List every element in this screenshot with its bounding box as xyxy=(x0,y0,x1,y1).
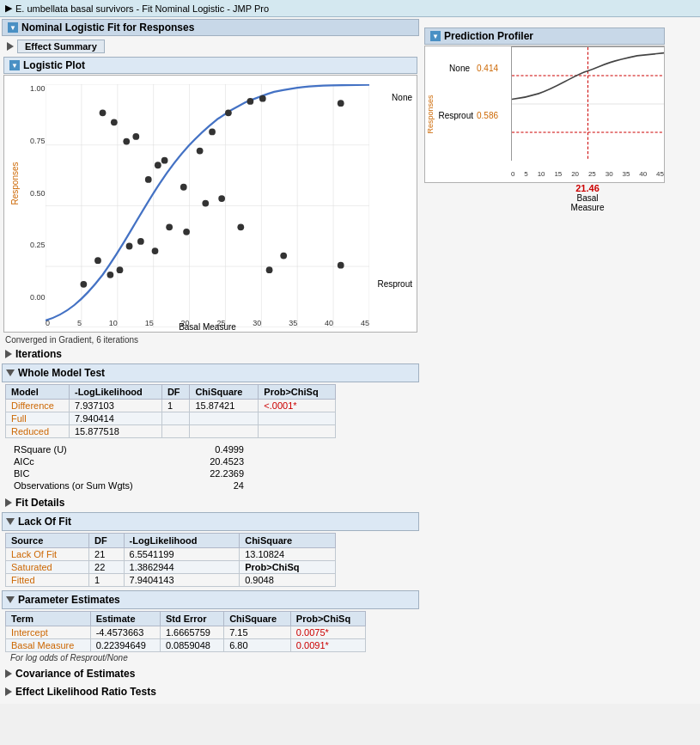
none-label: None xyxy=(392,93,412,102)
svg-point-15 xyxy=(100,109,107,116)
svg-point-30 xyxy=(94,257,101,264)
rsquare-row: RSquare (U) 0.4999 xyxy=(9,443,249,455)
prediction-profiler-label: Prediction Profiler xyxy=(444,30,533,42)
title-bar: ▶ E. umbellata basal survivors - Fit Nom… xyxy=(0,0,700,17)
stats-table: RSquare (U) 0.4999 AICc 20.4523 BIC 22.2… xyxy=(9,443,249,492)
logistic-plot-header: ▼ Logistic Plot xyxy=(3,57,417,74)
covariance-triangle[interactable] xyxy=(5,669,12,678)
table-row: Lack Of Fit 21 6.5541199 13.10824 xyxy=(6,548,336,561)
svg-point-26 xyxy=(247,98,254,105)
whole-model-table: Model -LogLikelihood DF ChiSquare Prob>C… xyxy=(5,384,336,438)
col-chisq: ChiSquare xyxy=(190,385,259,400)
collapse-profiler[interactable]: ▼ xyxy=(430,31,441,41)
svg-point-36 xyxy=(166,223,173,230)
svg-point-42 xyxy=(280,253,287,260)
collapse-main[interactable]: ▼ xyxy=(8,22,18,33)
resprout-label: Resprout xyxy=(377,279,412,289)
svg-point-32 xyxy=(117,266,124,273)
svg-point-33 xyxy=(126,243,133,250)
svg-point-28 xyxy=(338,100,344,107)
svg-point-34 xyxy=(137,238,144,245)
param-estimates-label: Parameter Estimates xyxy=(18,594,120,606)
table-row: Basal Measure 0.22394649 0.0859048 6.80 … xyxy=(6,639,366,652)
profiler-responses-label: Responses xyxy=(426,95,435,133)
logistic-plot-chart: Responses 1.00 0.75 0.50 0.25 0.00 None … xyxy=(3,75,417,333)
lack-of-fit-label: Lack Of Fit xyxy=(18,516,71,528)
aicc-row: AICc 20.4523 xyxy=(9,455,249,467)
param-col-prob: Prob>ChiSq xyxy=(290,612,365,626)
none-value: 0.414 xyxy=(477,64,498,73)
main-header-label: Nominal Logistic Fit for Responses xyxy=(21,21,194,34)
svg-point-18 xyxy=(132,133,139,140)
table-row: Reduced 15.877518 xyxy=(6,425,336,438)
obs-row: Observations (or Sum Wgts) 24 xyxy=(9,479,249,492)
whole-model-label: Whole Model Test xyxy=(18,367,105,379)
svg-point-40 xyxy=(237,223,244,230)
svg-point-17 xyxy=(123,138,130,145)
iterations-label: Iterations xyxy=(15,348,62,360)
profiler-measure-label: Measure xyxy=(510,203,665,212)
covariance-row[interactable]: Covariance of Estimates xyxy=(2,666,419,681)
logistic-chart-svg xyxy=(46,84,369,327)
lof-col-loglik: -LogLikelihood xyxy=(124,534,240,548)
svg-point-21 xyxy=(161,157,168,164)
profiler-svg xyxy=(512,47,664,161)
effect-likelihood-label: Effect Likelihood Ratio Tests xyxy=(15,686,156,698)
main-header: ▼ Nominal Logistic Fit for Responses xyxy=(2,19,419,36)
svg-point-29 xyxy=(80,281,87,288)
svg-point-19 xyxy=(145,176,152,183)
svg-point-20 xyxy=(155,162,161,168)
profiler-basal-label: Basal xyxy=(510,193,665,203)
col-model: Model xyxy=(6,385,70,400)
table-row: Full 7.940414 xyxy=(6,412,336,425)
svg-point-41 xyxy=(266,266,273,273)
table-row: Saturated 22 1.3862944 Prob>ChiSq xyxy=(6,561,336,574)
lack-of-fit-table: Source DF -LogLikelihood ChiSquare Lack … xyxy=(5,533,336,587)
fit-details-row[interactable]: Fit Details xyxy=(2,495,419,510)
logistic-plot-label: Logistic Plot xyxy=(23,59,85,71)
profiler-chart: Responses None Resprout 0.414 0.586 xyxy=(424,46,665,183)
bic-row: BIC 22.2369 xyxy=(9,467,249,479)
effect-likelihood-row[interactable]: Effect Likelihood Ratio Tests xyxy=(2,684,419,699)
lof-col-chisq: ChiSquare xyxy=(240,534,336,548)
svg-point-43 xyxy=(338,262,344,269)
effect-summary-triangle[interactable] xyxy=(7,42,14,51)
fit-details-label: Fit Details xyxy=(15,497,64,509)
svg-point-39 xyxy=(218,195,225,202)
param-col-stderr: Std Error xyxy=(160,612,223,626)
lof-col-source: Source xyxy=(6,534,89,548)
col-df: DF xyxy=(161,385,190,400)
covariance-label: Covariance of Estimates xyxy=(15,668,135,680)
whole-model-header: Whole Model Test xyxy=(2,363,419,382)
svg-point-31 xyxy=(107,272,114,278)
whole-model-triangle[interactable] xyxy=(6,369,15,376)
effect-likelihood-triangle[interactable] xyxy=(5,687,12,696)
prediction-profiler-header: ▼ Prediction Profiler xyxy=(424,27,665,45)
prediction-profiler-section: ▼ Prediction Profiler Responses None Res… xyxy=(424,27,697,212)
col-loglik: -LogLikelihood xyxy=(69,385,161,400)
param-col-estimate: Estimate xyxy=(90,612,160,626)
lack-of-fit-triangle[interactable] xyxy=(6,518,15,525)
col-prob: Prob>ChiSq xyxy=(259,385,336,400)
iterations-row[interactable]: Iterations xyxy=(2,346,419,362)
resprout-value: 0.586 xyxy=(477,111,498,120)
param-col-chisq: ChiSquare xyxy=(224,612,291,626)
title-icon: ▶ xyxy=(5,3,12,14)
lack-of-fit-header: Lack Of Fit xyxy=(2,512,419,531)
svg-point-35 xyxy=(152,247,159,254)
param-table: Term Estimate Std Error ChiSquare Prob>C… xyxy=(5,611,366,652)
svg-point-23 xyxy=(197,148,204,155)
for-log-odds-text: For log odds of Resprout/None xyxy=(5,652,416,663)
iterations-triangle[interactable] xyxy=(5,350,12,358)
svg-point-22 xyxy=(180,184,187,191)
fit-details-triangle[interactable] xyxy=(5,498,12,507)
param-estimates-triangle[interactable] xyxy=(6,596,15,603)
collapse-logistic[interactable]: ▼ xyxy=(9,60,20,70)
svg-point-25 xyxy=(225,109,232,116)
effect-summary-button[interactable]: Effect Summary xyxy=(17,40,105,53)
svg-point-27 xyxy=(259,95,266,102)
x-axis-label: Basal Measure xyxy=(46,322,369,332)
lof-col-df: DF xyxy=(89,534,125,548)
resprout-response-label: Resprout xyxy=(435,111,473,120)
param-estimates-header: Parameter Estimates xyxy=(2,590,419,609)
